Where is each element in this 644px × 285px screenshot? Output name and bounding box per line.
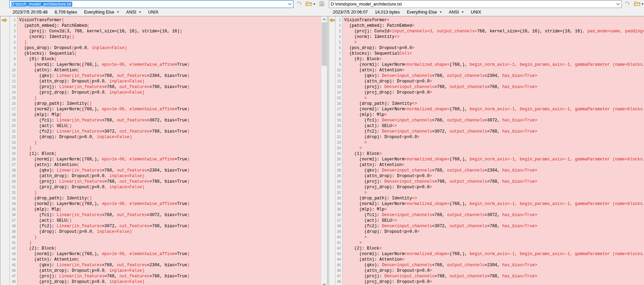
left-file-path-combobox[interactable]: D:\torch_model_architecture.txt	[9, 0, 293, 8]
right-file-path-text: D:\mindspore_model_architecture.txt	[331, 2, 402, 7]
scrollbar-thumb[interactable]	[322, 22, 327, 66]
line-number: 24	[10, 145, 17, 151]
left-format-dropdown[interactable]: Everything Else	[84, 10, 119, 15]
left-open-folder-button[interactable]	[305, 1, 316, 8]
line-number: 7	[336, 51, 342, 56]
line-number: 13	[336, 84, 342, 90]
line-number: 17	[336, 106, 342, 112]
triangle-down-icon	[440, 11, 442, 13]
code-line: (mlp): Mlp(	[19, 112, 321, 118]
line-number: 4	[10, 34, 17, 40]
left-file-size: 8,709 bytes	[55, 10, 77, 15]
code-line: (pos_drop): Dropout<p=0.0>	[344, 45, 644, 51]
save-icon	[319, 1, 324, 7]
line-number: 45	[10, 262, 17, 268]
code-line: (drop): Dropout<p=0.0>	[344, 229, 644, 235]
code-line: >	[344, 235, 644, 240]
code-line: (proj): Conv2d<input_channels=3, output_…	[344, 29, 644, 34]
line-number: 36	[10, 212, 17, 218]
line-number: 23	[10, 140, 17, 145]
line-number: 38	[336, 223, 342, 229]
line-number: 41	[10, 240, 17, 246]
line-number: 14	[336, 90, 342, 95]
line-number: 21	[10, 129, 17, 134]
code-line: (proj_drop): Dropout(p=0.0, inplace=Fals…	[19, 279, 321, 285]
line-number: 11	[10, 73, 17, 79]
line-number: 23	[336, 140, 342, 145]
reload-icon	[296, 1, 302, 7]
code-line: >	[344, 140, 644, 145]
line-number: 27	[10, 162, 17, 168]
right-open-folder-button[interactable]	[633, 1, 644, 8]
line-number: 25	[336, 151, 342, 157]
line-number: 48	[10, 279, 17, 285]
line-number: 26	[10, 157, 17, 162]
code-line: (act): GELU()	[19, 218, 321, 223]
right-code-editor[interactable]: VisionTransformer< (patch_embed): PatchE…	[343, 16, 644, 285]
line-number: 26	[336, 157, 342, 162]
code-line: (fc1): Linear(in_features=768, out_featu…	[19, 212, 321, 218]
chevron-down-icon[interactable]	[616, 3, 620, 5]
left-code-editor[interactable]: VisionTransformer( (patch_embed): PatchE…	[17, 16, 321, 285]
line-number: 1	[10, 17, 17, 23]
line-number: 35	[336, 207, 342, 212]
line-number: 2	[10, 23, 17, 29]
code-line: (attn_drop): Dropout(p=0.0, inplace=Fals…	[19, 79, 321, 84]
line-number: 44	[10, 257, 17, 262]
right-file-path-combobox[interactable]: D:\mindspore_model_architecture.txt	[329, 0, 622, 8]
line-number: 20	[336, 123, 342, 129]
right-format-dropdown[interactable]: Everything Else	[407, 10, 442, 15]
line-number: 34	[10, 201, 17, 207]
code-line: (fc1): Dense<input_channels=768, output_…	[344, 118, 644, 123]
line-number: 47	[336, 274, 342, 279]
line-number: 15	[336, 95, 342, 101]
line-number: 19	[10, 118, 17, 123]
right-encoding-dropdown[interactable]: ANSI	[449, 10, 464, 15]
code-line: (attn): Attention<	[344, 68, 644, 73]
code-line: (attn): Attention(	[19, 68, 321, 73]
code-line: (qkv): Dense<input_channels=768, output_…	[344, 262, 644, 268]
line-number: 9	[10, 62, 17, 68]
right-file-size: 14,013 bytes	[375, 10, 400, 15]
line-number: 40	[336, 235, 342, 240]
code-line: (act): GELU<>	[344, 123, 644, 129]
code-line: VisionTransformer(	[19, 17, 321, 23]
code-line: (qkv): Linear(in_features=768, out_featu…	[19, 262, 321, 268]
left-line-number-gutter: 1234567891011121314151617181920212223242…	[10, 16, 17, 285]
code-line: (norm): Identity<>	[344, 34, 644, 40]
scroll-up-button[interactable]	[321, 16, 327, 22]
left-encoding-dropdown[interactable]: ANSI	[126, 10, 141, 15]
line-number: 2	[336, 23, 342, 29]
line-number: 20	[10, 123, 17, 129]
left-encoding-label: ANSI	[126, 10, 136, 15]
line-number: 4	[336, 34, 342, 40]
code-line: (proj): Linear(in_features=768, out_feat…	[19, 179, 321, 184]
left-save-button[interactable]	[318, 1, 325, 8]
line-number: 40	[10, 235, 17, 240]
line-number: 37	[10, 218, 17, 223]
code-line: (drop_path): Identity()	[19, 196, 321, 201]
code-line: (norm1): LayerNorm<normalized_shape=(768…	[344, 62, 644, 68]
right-reload-button[interactable]	[623, 1, 631, 8]
code-line: (proj_drop): Dropout<p=0.0>	[344, 184, 644, 190]
right-file-date: 2023/7/5 20:06:07	[333, 10, 368, 15]
code-line: (proj): Linear(in_features=768, out_feat…	[19, 84, 321, 90]
code-line: (qkv): Linear(in_features=768, out_featu…	[19, 168, 321, 173]
right-line-ending-label[interactable]: UNIX	[471, 10, 481, 15]
code-line: )	[19, 240, 321, 246]
left-reload-button[interactable]	[295, 1, 303, 8]
line-number: 15	[10, 95, 17, 101]
code-line: )	[19, 140, 321, 145]
scroll-down-button[interactable]	[321, 282, 327, 285]
line-number: 33	[336, 196, 342, 201]
chevron-down-icon[interactable]	[288, 3, 292, 5]
folder-open-icon	[634, 1, 641, 7]
right-pane-header: D:\mindspore_model_architecture.txt	[329, 0, 644, 8]
code-line: (fc2): Dense<input_channels=3072, output…	[344, 129, 644, 134]
line-number: 25	[10, 151, 17, 157]
left-vertical-scrollbar[interactable]	[321, 16, 327, 285]
line-number: 28	[336, 168, 342, 173]
line-number: 24	[336, 145, 342, 151]
line-number: 30	[10, 179, 17, 184]
left-line-ending-label[interactable]: UNIX	[148, 10, 158, 15]
